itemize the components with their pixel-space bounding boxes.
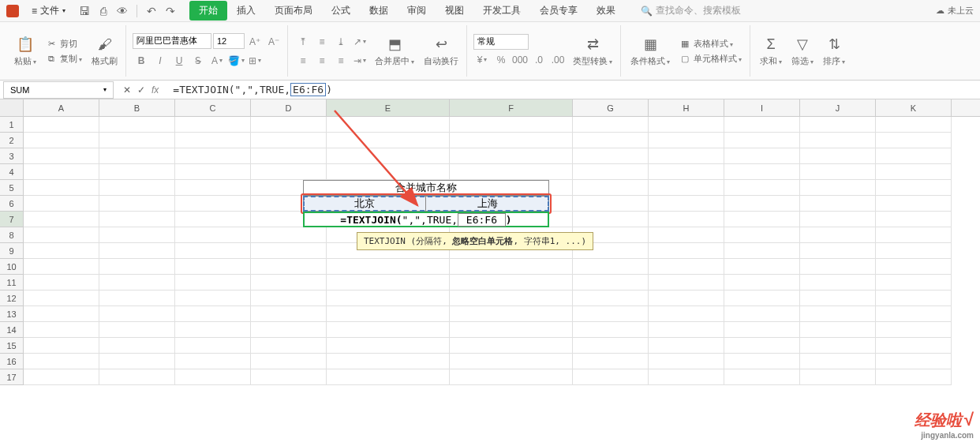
row-header[interactable]: 1 bbox=[0, 117, 24, 133]
cell[interactable] bbox=[175, 338, 251, 354]
cell[interactable] bbox=[724, 369, 800, 385]
cell[interactable] bbox=[175, 243, 251, 259]
row-header[interactable]: 5 bbox=[0, 180, 24, 196]
fill-color-button[interactable]: 🪣 bbox=[227, 52, 245, 69]
cell[interactable] bbox=[175, 212, 251, 227]
cond-format-button[interactable]: ▦ 条件格式 bbox=[627, 33, 673, 69]
format-painter-button[interactable]: 🖌 格式刷 bbox=[88, 33, 121, 69]
row-header[interactable]: 8 bbox=[0, 227, 24, 243]
cell[interactable] bbox=[251, 133, 327, 148]
cell[interactable] bbox=[24, 148, 99, 164]
cell[interactable] bbox=[251, 243, 327, 259]
cell[interactable] bbox=[24, 259, 99, 275]
cell[interactable] bbox=[251, 227, 327, 243]
col-header-f[interactable]: F bbox=[450, 99, 573, 116]
cell[interactable] bbox=[99, 338, 175, 354]
cell[interactable] bbox=[800, 354, 876, 369]
row-header[interactable]: 3 bbox=[0, 148, 24, 164]
cell[interactable] bbox=[649, 227, 724, 243]
cell[interactable] bbox=[573, 117, 649, 133]
cell[interactable] bbox=[724, 148, 800, 164]
cell[interactable] bbox=[24, 227, 99, 243]
cell[interactable] bbox=[800, 322, 876, 338]
cell[interactable] bbox=[800, 117, 876, 133]
cell[interactable] bbox=[724, 117, 800, 133]
merge-center-button[interactable]: ⬒ 合并居中 bbox=[372, 33, 417, 69]
cell[interactable] bbox=[175, 275, 251, 290]
cell[interactable] bbox=[724, 227, 800, 243]
align-bottom-icon[interactable]: ⤓ bbox=[332, 33, 350, 51]
save-icon[interactable]: 🖫 bbox=[78, 5, 91, 17]
name-box[interactable]: SUM ▾ bbox=[3, 81, 114, 99]
cell[interactable] bbox=[99, 164, 175, 180]
cell[interactable] bbox=[724, 164, 800, 180]
cell-f6[interactable]: 上海 bbox=[426, 196, 549, 212]
cell[interactable] bbox=[800, 243, 876, 259]
cell[interactable] bbox=[175, 290, 251, 306]
row-header[interactable]: 6 bbox=[0, 196, 24, 212]
cell-title-merged[interactable]: 合并城市名称 bbox=[303, 180, 549, 196]
cell[interactable] bbox=[175, 306, 251, 322]
cell[interactable] bbox=[175, 259, 251, 275]
cell[interactable] bbox=[649, 354, 724, 369]
percent-icon[interactable]: % bbox=[492, 51, 510, 69]
cell[interactable] bbox=[800, 180, 876, 196]
cell[interactable] bbox=[573, 306, 649, 322]
cloud-status[interactable]: ☁ 未上云 bbox=[936, 5, 974, 17]
increase-font-icon[interactable]: A⁺ bbox=[246, 33, 264, 51]
cell[interactable] bbox=[327, 275, 450, 290]
cell[interactable] bbox=[573, 133, 649, 148]
cell[interactable] bbox=[175, 164, 251, 180]
cell[interactable] bbox=[99, 243, 175, 259]
row-header[interactable]: 7 bbox=[0, 212, 24, 227]
cell[interactable] bbox=[876, 290, 952, 306]
cell[interactable] bbox=[724, 354, 800, 369]
cell[interactable] bbox=[876, 148, 952, 164]
row-header[interactable]: 4 bbox=[0, 164, 24, 180]
cell[interactable] bbox=[876, 338, 952, 354]
cell[interactable] bbox=[175, 322, 251, 338]
cell[interactable] bbox=[24, 164, 99, 180]
cell[interactable] bbox=[573, 259, 649, 275]
cell[interactable] bbox=[876, 227, 952, 243]
bold-button[interactable]: B bbox=[133, 52, 150, 69]
cell[interactable] bbox=[251, 164, 327, 180]
cell[interactable] bbox=[876, 354, 952, 369]
cell[interactable] bbox=[573, 369, 649, 385]
cell[interactable] bbox=[99, 306, 175, 322]
cell[interactable] bbox=[99, 117, 175, 133]
cell[interactable] bbox=[175, 133, 251, 148]
cell[interactable] bbox=[800, 290, 876, 306]
command-search[interactable]: 🔍 查找命令、搜索模板 bbox=[641, 4, 741, 17]
cell[interactable] bbox=[99, 354, 175, 369]
comma-icon[interactable]: 000 bbox=[511, 51, 529, 69]
cell[interactable] bbox=[724, 243, 800, 259]
cell[interactable] bbox=[724, 322, 800, 338]
number-format-select[interactable] bbox=[473, 34, 529, 50]
cell[interactable] bbox=[251, 117, 327, 133]
function-tooltip[interactable]: TEXTJOIN (分隔符, 忽略空白单元格, 字符串1, ...) bbox=[357, 232, 593, 250]
cell[interactable] bbox=[175, 354, 251, 369]
cell[interactable] bbox=[99, 133, 175, 148]
cell[interactable] bbox=[649, 212, 724, 227]
tab-page-layout[interactable]: 页面布局 bbox=[265, 1, 322, 21]
cell[interactable] bbox=[24, 212, 99, 227]
cell[interactable] bbox=[573, 275, 649, 290]
cell[interactable] bbox=[876, 275, 952, 290]
cell[interactable] bbox=[251, 322, 327, 338]
cell[interactable] bbox=[251, 275, 327, 290]
col-header-h[interactable]: H bbox=[649, 99, 724, 116]
row-header[interactable]: 2 bbox=[0, 133, 24, 148]
cell[interactable] bbox=[24, 117, 99, 133]
cell[interactable] bbox=[450, 148, 573, 164]
cell[interactable] bbox=[251, 369, 327, 385]
tab-formulas[interactable]: 公式 bbox=[322, 1, 360, 21]
tab-start[interactable]: 开始 bbox=[189, 1, 227, 21]
cell[interactable] bbox=[327, 290, 450, 306]
cell[interactable] bbox=[876, 259, 952, 275]
cell[interactable] bbox=[800, 212, 876, 227]
cell[interactable] bbox=[24, 369, 99, 385]
tab-member[interactable]: 会员专享 bbox=[530, 1, 587, 21]
cell[interactable] bbox=[251, 148, 327, 164]
cell[interactable] bbox=[99, 322, 175, 338]
